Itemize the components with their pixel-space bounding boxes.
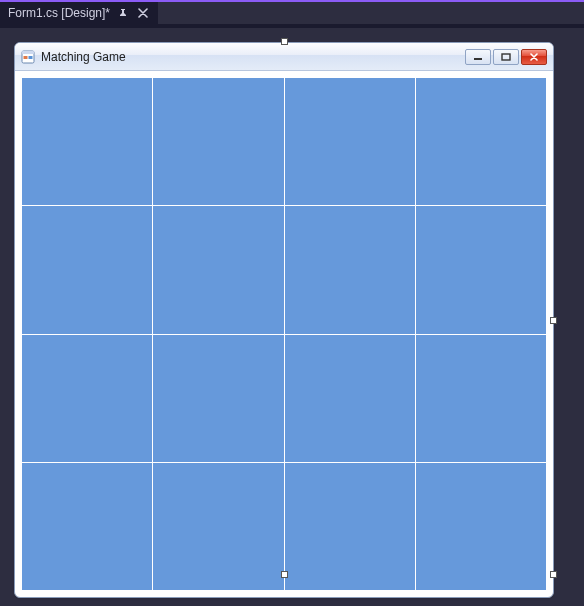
grid-cell[interactable] [416, 206, 546, 333]
form-app-icon [21, 50, 35, 64]
grid-cell[interactable] [285, 206, 415, 333]
resize-handle-top[interactable] [281, 38, 288, 45]
grid-cell[interactable] [153, 463, 283, 590]
grid-cell[interactable] [153, 206, 283, 333]
svg-rect-3 [29, 56, 33, 59]
grid-cell[interactable] [416, 463, 546, 590]
grid-cell[interactable] [285, 78, 415, 205]
grid-cell[interactable] [153, 335, 283, 462]
designer-surface[interactable]: Matching Game [0, 28, 584, 606]
document-tab-form1[interactable]: Form1.cs [Design]* [0, 2, 158, 24]
grid-cell[interactable] [285, 335, 415, 462]
grid-cell[interactable] [153, 78, 283, 205]
grid-cell[interactable] [22, 206, 152, 333]
resize-handle-bottom-right[interactable] [550, 571, 557, 578]
grid-cell[interactable] [22, 463, 152, 590]
svg-rect-4 [474, 58, 482, 60]
svg-rect-1 [22, 51, 34, 54]
grid-cell[interactable] [416, 78, 546, 205]
svg-rect-2 [24, 56, 28, 59]
window-controls [465, 49, 547, 65]
pin-icon[interactable] [118, 8, 128, 18]
close-icon[interactable] [136, 6, 150, 20]
resize-handle-right[interactable] [550, 317, 557, 324]
form-titlebar: Matching Game [15, 43, 553, 71]
tab-label: Form1.cs [Design]* [8, 6, 110, 20]
document-tabbar: Form1.cs [Design]* [0, 2, 584, 24]
grid-cell[interactable] [416, 335, 546, 462]
svg-rect-5 [502, 54, 510, 60]
form-client-area [15, 71, 553, 597]
table-layout-panel[interactable] [21, 77, 547, 591]
grid-cell[interactable] [285, 463, 415, 590]
resize-handle-bottom[interactable] [281, 571, 288, 578]
grid-cell[interactable] [22, 335, 152, 462]
minimize-button[interactable] [465, 49, 491, 65]
form-title: Matching Game [41, 50, 459, 64]
close-button[interactable] [521, 49, 547, 65]
designed-form-window[interactable]: Matching Game [14, 42, 554, 598]
maximize-button[interactable] [493, 49, 519, 65]
grid-cell[interactable] [22, 78, 152, 205]
